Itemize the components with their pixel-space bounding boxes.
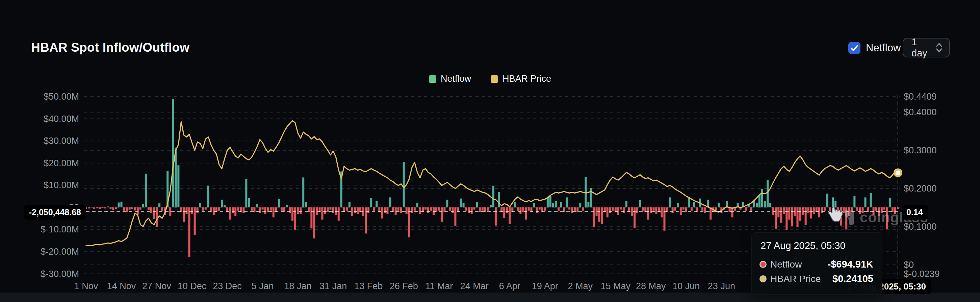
netflow-bar: [234, 207, 236, 216]
netflow-bar: [400, 207, 402, 213]
netflow-bar: [579, 203, 581, 207]
netflow-bar: [137, 207, 139, 215]
netflow-bar: [818, 207, 820, 218]
netflow-bar: [460, 199, 462, 207]
netflow-bar: [506, 207, 508, 213]
netflow-bar: [118, 202, 119, 207]
netflow-bar: [153, 207, 155, 219]
crosshair-left-value-chip: -2,050,448.68: [24, 205, 86, 219]
netflow-bar: [764, 201, 766, 207]
netflow-bar: [680, 207, 682, 215]
netflow-bar: [197, 207, 199, 213]
netflow-bar: [463, 203, 465, 207]
netflow-bar: [769, 203, 771, 207]
netflow-bar: [636, 207, 638, 213]
netflow-bar: [313, 207, 315, 238]
netflow-bar: [286, 205, 288, 207]
netflow-bar: [783, 207, 785, 214]
netflow-bar: [732, 207, 733, 218]
netflow-bar: [555, 201, 557, 207]
netflow-bar: [528, 207, 530, 211]
netflow-bar: [291, 207, 293, 221]
netflow-bar: [270, 207, 272, 211]
last-price-marker: [894, 170, 901, 176]
netflow-bar: [370, 198, 372, 207]
netflow-bar: [199, 203, 201, 207]
netflow-bar: [452, 207, 453, 213]
netflow-bar: [264, 207, 266, 214]
netflow-bar: [519, 207, 522, 214]
netflow-bar: [324, 207, 326, 214]
netflow-bar: [351, 207, 353, 216]
netflow-bar: [490, 205, 492, 207]
netflow-bar: [568, 207, 570, 210]
netflow-bar: [110, 207, 111, 209]
netflow-bar: [446, 200, 448, 207]
netflow-bar: [574, 207, 576, 211]
netflow-bar: [558, 207, 560, 211]
netflow-bar: [425, 207, 426, 210]
netflow-bar: [767, 180, 768, 207]
netflow-bar: [468, 207, 470, 213]
netflow-bar: [294, 207, 296, 230]
tooltip-row-hbar-price: HBAR Price $0.24105: [760, 273, 873, 285]
netflow-bar: [590, 188, 592, 207]
netflow-bar: [449, 207, 451, 211]
netflow-bar: [272, 207, 275, 218]
netflow-bar: [96, 207, 98, 208]
netflow-bar: [677, 203, 679, 207]
netflow-bar: [419, 207, 421, 214]
netflow-bar: [675, 207, 676, 211]
netflow-bar: [549, 196, 552, 207]
netflow-bar: [131, 207, 134, 209]
netflow-bar: [354, 207, 356, 213]
netflow-bar: [585, 176, 587, 207]
netflow-bar: [571, 207, 573, 213]
netflow-bar: [690, 207, 693, 211]
netflow-bar: [587, 202, 589, 207]
netflow-bar: [321, 207, 323, 219]
tooltip-netflow-label: Netflow: [770, 259, 823, 270]
netflow-bar: [172, 99, 174, 207]
tooltip-netflow-value: -$694.91K: [828, 259, 873, 270]
netflow-bar: [237, 207, 239, 211]
chart-tooltip: 27 Aug 2025, 05:30 Netflow -$694.91K HBA…: [751, 232, 882, 294]
netflow-bar: [158, 203, 161, 207]
netflow-bar: [498, 192, 500, 207]
netflow-bar: [256, 204, 258, 207]
netflow-bar: [248, 198, 250, 207]
netflow-bar: [229, 207, 231, 219]
netflow-bar: [177, 165, 179, 207]
netflow-bar: [593, 207, 595, 227]
netflow-bar: [672, 207, 674, 213]
netflow-bar: [864, 197, 867, 207]
netflow-bar: [682, 207, 684, 210]
netflow-bar: [685, 207, 687, 212]
netflow-bar: [123, 207, 125, 211]
netflow-bar: [107, 207, 109, 207]
netflow-bar: [536, 207, 538, 213]
netflow-bar: [205, 207, 207, 210]
netflow-bar: [786, 207, 788, 230]
netflow-bar: [639, 200, 641, 207]
netflow-bar: [609, 207, 611, 213]
hbar-price-dot-icon: [760, 277, 765, 281]
netflow-bar: [310, 207, 312, 228]
netflow-bar: [121, 202, 123, 207]
netflow-bar: [775, 207, 777, 229]
netflow-bar: [289, 207, 291, 213]
netflow-bar: [356, 207, 359, 214]
netflow-bar: [761, 189, 763, 207]
netflow-bar: [245, 179, 247, 207]
netflow-bar: [93, 207, 95, 209]
netflow-bar: [474, 207, 476, 210]
netflow-bar: [150, 207, 152, 213]
netflow-bar: [552, 203, 554, 207]
netflow-bar: [631, 207, 633, 216]
netflow-bar: [612, 207, 614, 211]
netflow-bar: [348, 202, 350, 207]
netflow-bar: [539, 207, 541, 210]
netflow-bar: [88, 207, 90, 208]
netflow-bar: [756, 203, 758, 207]
netflow-bar: [525, 207, 527, 219]
